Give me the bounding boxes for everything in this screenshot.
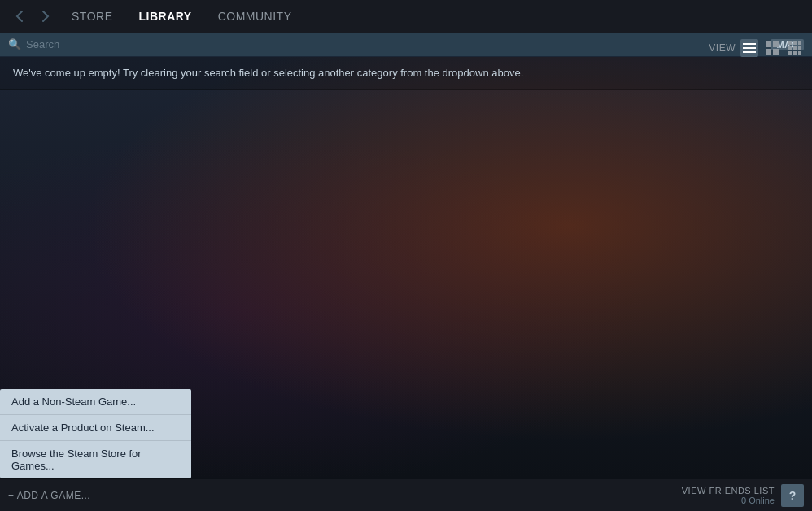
- view-friends-list: VIEW FRIENDS LIST 0 Online: [682, 486, 775, 505]
- svg-rect-8: [793, 41, 797, 45]
- online-count: 0 Online: [682, 496, 775, 505]
- svg-rect-0: [743, 43, 756, 45]
- empty-message: We've come up empty! Try clearing your s…: [0, 57, 812, 90]
- svg-rect-9: [798, 41, 801, 45]
- friends-section: VIEW FRIENDS LIST 0 Online ?: [682, 484, 804, 507]
- svg-rect-6: [773, 49, 779, 55]
- svg-rect-11: [793, 46, 797, 50]
- view-controls: VIEW: [709, 39, 804, 57]
- svg-rect-7: [788, 41, 792, 45]
- top-nav: STORE LIBRARY COMMUNITY: [0, 0, 812, 33]
- search-bar: 🔍 MAC: [0, 33, 812, 57]
- svg-rect-12: [798, 46, 801, 50]
- svg-rect-1: [743, 47, 756, 49]
- context-add-non-steam[interactable]: Add a Non-Steam Game...: [0, 389, 191, 415]
- context-activate-product[interactable]: Activate a Product on Steam...: [0, 415, 191, 441]
- forward-arrow[interactable]: [34, 5, 57, 28]
- context-browse-store[interactable]: Browse the Steam Store for Games...: [0, 441, 191, 478]
- nav-library[interactable]: LIBRARY: [127, 5, 203, 28]
- view-grid-small-button[interactable]: [763, 39, 781, 57]
- main-content: We've come up empty! Try clearing your s…: [0, 57, 812, 478]
- nav-community[interactable]: COMMUNITY: [207, 5, 303, 28]
- search-icon: 🔍: [8, 38, 21, 50]
- svg-rect-13: [788, 51, 792, 55]
- svg-rect-3: [766, 41, 771, 47]
- nav-store[interactable]: STORE: [60, 5, 124, 28]
- view-grid-large-button[interactable]: [786, 39, 804, 57]
- back-arrow[interactable]: [8, 5, 31, 28]
- svg-rect-4: [773, 41, 779, 47]
- search-input[interactable]: [26, 38, 771, 50]
- context-menu: Add a Non-Steam Game... Activate a Produ…: [0, 389, 191, 478]
- svg-rect-2: [743, 51, 756, 53]
- svg-rect-15: [798, 51, 801, 55]
- view-label: VIEW: [709, 42, 736, 54]
- view-friends-label[interactable]: VIEW FRIENDS LIST: [682, 486, 775, 496]
- add-game-button[interactable]: + ADD A GAME...: [8, 490, 90, 501]
- bottom-bar: + ADD A GAME... VIEW FRIENDS LIST 0 Onli…: [0, 478, 812, 511]
- svg-rect-14: [793, 51, 797, 55]
- help-button[interactable]: ?: [781, 484, 804, 507]
- svg-rect-10: [788, 46, 792, 50]
- view-list-button[interactable]: [740, 39, 758, 57]
- svg-rect-5: [766, 49, 771, 55]
